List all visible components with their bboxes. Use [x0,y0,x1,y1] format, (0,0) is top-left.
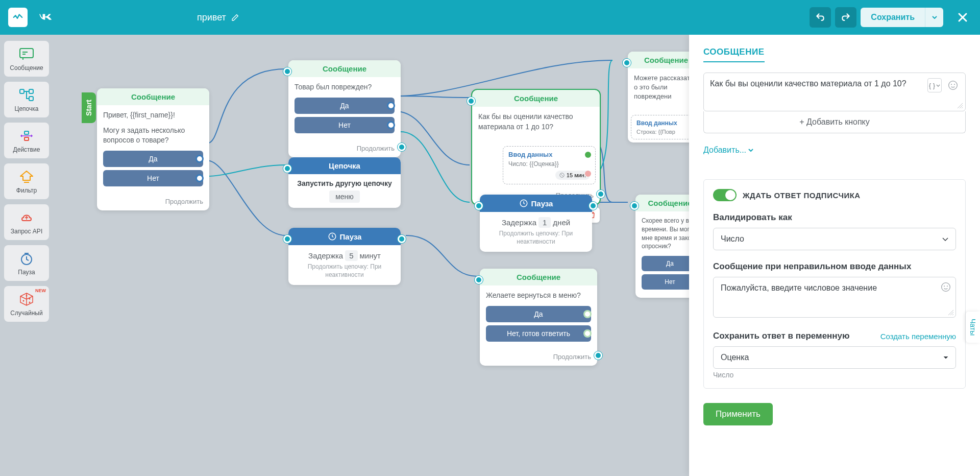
clock-icon [519,199,528,208]
node-button-yes[interactable]: Да [486,306,591,322]
svg-point-21 [944,285,945,287]
node-rating-question[interactable]: Сообщение Как бы вы оценили качество мат… [472,90,600,204]
tool-random[interactable]: NEW Случайный [4,286,49,322]
svg-rect-0 [20,49,33,58]
node-header: Сообщение [288,60,401,77]
add-element-link[interactable]: Добавить... [703,146,753,155]
resize-handle[interactable] [948,310,954,316]
port-in[interactable] [283,164,291,173]
tool-api[interactable]: Запрос API [4,204,49,240]
save-dropdown[interactable] [925,8,943,27]
apply-button[interactable]: Применить [703,403,773,425]
port-in[interactable] [475,202,483,210]
wait-toggle[interactable] [713,189,737,201]
input-title: Ввод данных [508,151,590,158]
port-in[interactable] [623,59,631,67]
port-out[interactable] [398,143,406,151]
node-text: Могу я задать несколько вопросов о товар… [103,126,203,146]
save-button[interactable]: Сохранить [861,8,925,27]
resize-handle[interactable] [957,103,963,109]
tool-chain[interactable]: Цепочка [4,82,49,117]
svg-point-18 [951,84,952,85]
node-start-message[interactable]: Start Сообщение Привет, {{first_name}}! … [97,88,209,210]
port-in[interactable] [475,276,483,284]
input-sub: Число: {{Оценка}} [508,160,590,168]
node-button-yes[interactable]: Да [103,151,203,167]
emoji-tool[interactable] [946,78,960,92]
emoji-button[interactable] [941,282,951,294]
node-button-no[interactable]: Нет [295,117,395,133]
port-in[interactable] [283,67,291,76]
chats-tab[interactable]: Чаты [966,312,980,343]
node-button-no[interactable]: Нет, готов ответить [486,325,591,342]
message-icon [18,46,35,62]
wait-section: ЖДАТЬ ОТВЕТ ПОДПИСЧИКА Валидировать как … [703,179,966,389]
port-out[interactable] [589,202,597,210]
node-text: Желаете вернуться в меню? [486,291,591,301]
variable-select[interactable]: Оценка [713,346,956,369]
node-continue[interactable]: Продолжить [97,195,209,210]
save-group: Сохранить [861,8,943,27]
vk-icon [38,12,54,22]
tool-action[interactable]: Действие [4,123,49,158]
tool-message[interactable]: Сообщение [4,41,49,77]
tool-label: Фильтр [16,187,37,194]
tool-filter[interactable]: Фильтр [4,163,49,199]
close-button[interactable] [953,8,972,27]
port-in[interactable] [630,202,639,210]
node-header: Сообщение [480,269,597,285]
port-out[interactable] [594,351,602,360]
node-button-no[interactable]: Нет [103,170,203,186]
validate-label: Валидировать как [713,212,956,223]
header: привет Сохранить [0,0,980,35]
error-msg-textarea[interactable] [713,277,956,318]
port-in[interactable] [283,235,291,243]
new-badge: NEW [35,288,46,293]
svg-rect-7 [24,137,29,140]
tool-label: Случайный [10,310,42,317]
svg-point-20 [942,283,950,292]
node-damaged-question[interactable]: Сообщение Товар был поврежден? Да Нет Пр… [288,60,401,157]
port-out[interactable] [597,190,605,198]
pause-icon [18,250,35,267]
chain-text: Запустить другую цепочку [295,179,395,187]
svg-rect-1 [22,52,28,53]
node-header: Сообщение [472,90,600,107]
svg-rect-3 [20,89,24,93]
svg-rect-2 [22,54,26,55]
redo-button[interactable] [835,7,856,28]
node-chain[interactable]: Цепочка Запустить другую цепочку меню [288,157,401,208]
variable-tool[interactable]: { } [927,78,942,92]
node-pause-5min[interactable]: Пауза Задержка5минут Продолжить цепочку:… [288,228,401,285]
tool-pause[interactable]: Пауза [4,245,49,281]
node-header: Цепочка [288,157,401,174]
create-var-link[interactable]: Создать переменную [880,332,956,341]
input-block[interactable]: Ввод данных Число: {{Оценка}} 15 мин. [503,146,596,184]
node-header: Сообщение [97,88,209,105]
input-port-valid[interactable] [585,152,591,158]
chain-menu: меню [329,191,360,203]
node-continue[interactable]: Продолжить [480,350,597,366]
app-logo[interactable] [8,8,28,27]
node-header: Пауза [288,228,401,245]
add-button[interactable]: + Добавить кнопку [703,111,966,133]
edit-icon[interactable] [231,13,239,21]
node-button-yes[interactable]: Да [295,98,395,114]
svg-point-22 [947,285,948,287]
api-icon [18,209,35,226]
undo-button[interactable] [810,7,831,28]
port-out[interactable] [398,235,406,243]
input-port-timeout[interactable] [585,171,591,177]
save-var-label: Сохранить ответ в переменную [713,331,850,341]
node-pause-1day[interactable]: Пауза Задержка1дней Продолжить цепочку: … [480,195,592,252]
node-continue[interactable]: Продолжить [288,141,401,157]
input-title: Ввод данных [636,120,696,127]
validate-select[interactable]: Число [713,228,956,250]
flow-title[interactable]: привет [197,12,239,23]
node-text: Товар был поврежден? [295,82,395,92]
port-in[interactable] [467,97,475,105]
node-return-menu[interactable]: Сообщение Желаете вернуться в меню? Да Н… [480,269,597,366]
message-textarea[interactable] [710,79,923,103]
dice-icon [18,291,35,307]
tool-label: Цепочка [15,105,39,112]
